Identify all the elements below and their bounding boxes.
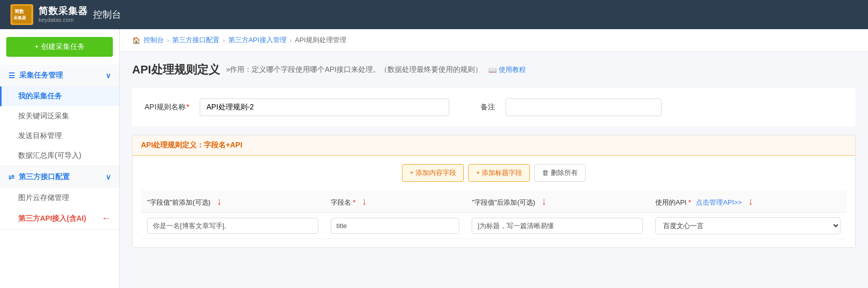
logo: 简数 采集器 简数采集器 keydatas.com (10, 4, 88, 25)
sidebar-section-header-collection[interactable]: ☰ 采集任务管理 ∨ (0, 65, 119, 86)
create-task-button[interactable]: + 创建采集任务 (6, 37, 113, 57)
main-content: 🏠 控制台 › 第三方接口配置 › 第三方API接入管理 › API规则处理管理… (120, 29, 868, 288)
table-row: 百度文心一言 ChatGPT 其他 (141, 213, 847, 239)
form-row-name: API规则名称* 备注 (145, 98, 843, 116)
arrow-post: ↓ (541, 195, 547, 207)
book-icon: 📖 (488, 66, 497, 74)
help-link[interactable]: 📖 使用教程 (488, 65, 526, 74)
breadcrumb-third-party[interactable]: 第三方接口配置 (172, 35, 219, 45)
th-post: "字段值"后添加(可选) ↓ (465, 190, 649, 213)
swap-icon: ⇄ (8, 173, 15, 181)
th-api: 使用的API * 点击管理API>> ↓ (649, 190, 847, 213)
rule-box-header: API处理规则定义：字段名+API (133, 135, 855, 156)
sidebar-item-data-warehouse[interactable]: 数据汇总库(可导入) (0, 146, 119, 166)
breadcrumb-sep-1: › (167, 36, 169, 44)
list-icon: ☰ (8, 71, 15, 80)
add-content-field-button[interactable]: + 添加内容字段 (402, 164, 464, 182)
form-remark-label: 备注 (481, 103, 495, 112)
rule-table: "字段值"前添加(可选) ↓ 字段名 * ↓ " (141, 190, 847, 239)
chevron-icon-collection: ∨ (106, 71, 111, 80)
sidebar-item-send-target[interactable]: 发送目标管理 (0, 126, 119, 146)
form-name-input[interactable] (200, 98, 449, 116)
arrow-name: ↓ (361, 195, 367, 207)
td-api: 百度文心一言 ChatGPT 其他 (649, 213, 847, 239)
breadcrumb-home[interactable]: 控制台 (144, 35, 164, 45)
form-name-label: API规则名称* (145, 103, 189, 112)
logo-name: 简数采集器 (38, 6, 88, 17)
sidebar-section-collection: ☰ 采集任务管理 ∨ 我的采集任务 按关键词泛采集 发送目标管理 数据汇总库(可… (0, 65, 119, 166)
rule-box-body: + 添加内容字段 + 添加标题字段 🗑 删除所有 "字段值"前添加(可选) ↓ (133, 156, 855, 247)
breadcrumb-current: API规则处理管理 (295, 35, 346, 45)
table-header-row: "字段值"前添加(可选) ↓ 字段名 * ↓ " (141, 190, 847, 213)
sidebar: + 创建采集任务 ☰ 采集任务管理 ∨ 我的采集任务 按关键词泛采集 发送目标管… (0, 29, 120, 288)
chevron-icon-third-party: ∨ (106, 173, 111, 181)
logo-sub: keydatas.com (38, 17, 88, 23)
sidebar-arrow-indicator: ← (101, 213, 111, 224)
page-subtitle: »作用：定义哪个字段使用哪个API接口来处理。（数据处理最终要使用的规则） (226, 65, 482, 74)
sidebar-section-label-third-party: 第三方接口配置 (19, 172, 70, 182)
breadcrumb: 🏠 控制台 › 第三方接口配置 › 第三方API接入管理 › API规则处理管理 (120, 29, 868, 52)
home-icon: 🏠 (132, 36, 140, 44)
add-title-field-button[interactable]: + 添加标题字段 (468, 164, 530, 182)
pre-value-input[interactable] (147, 218, 318, 234)
arrow-pre: ↓ (217, 195, 222, 207)
th-pre: "字段值"前添加(可选) ↓ (141, 190, 325, 213)
td-pre (141, 213, 325, 239)
sidebar-item-my-tasks[interactable]: 我的采集任务 (0, 86, 119, 106)
arrow-api: ↓ (748, 195, 753, 207)
delete-all-button[interactable]: 🗑 删除所有 (534, 164, 586, 182)
sidebar-item-third-party-api[interactable]: 第三方API接入(含AI) ← (0, 208, 119, 229)
th-name: 字段名 * ↓ (325, 190, 465, 213)
td-post (465, 213, 649, 239)
svg-text:采集器: 采集器 (14, 16, 27, 20)
form-section: API规则名称* 备注 (132, 88, 856, 127)
logo-icon: 简数 采集器 (10, 4, 33, 25)
page-title: API处理规则定义 (132, 62, 220, 78)
breadcrumb-sep-3: › (290, 36, 292, 44)
form-remark-input[interactable] (506, 98, 662, 116)
buttons-row: + 添加内容字段 + 添加标题字段 🗑 删除所有 (141, 164, 847, 182)
sidebar-section-label-collection: 采集任务管理 (19, 71, 63, 80)
breadcrumb-sep-2: › (223, 36, 225, 44)
page-title-row: API处理规则定义 »作用：定义哪个字段使用哪个API接口来处理。（数据处理最终… (132, 62, 856, 78)
sidebar-item-keyword-collection[interactable]: 按关键词泛采集 (0, 106, 119, 126)
svg-text:简数: 简数 (15, 9, 24, 14)
td-name (325, 213, 465, 239)
api-select[interactable]: 百度文心一言 ChatGPT 其他 (655, 217, 840, 234)
manage-api-link[interactable]: 点击管理API>> (696, 198, 742, 206)
field-name-input[interactable] (331, 218, 459, 234)
sidebar-item-image-storage[interactable]: 图片云存储管理 (0, 188, 119, 208)
page-content: API处理规则定义 »作用：定义哪个字段使用哪个API接口来处理。（数据处理最终… (120, 52, 868, 258)
post-value-input[interactable] (472, 218, 643, 234)
sidebar-section-header-third-party[interactable]: ⇄ 第三方接口配置 ∨ (0, 166, 119, 188)
rule-definition-box: API处理规则定义：字段名+API + 添加内容字段 + 添加标题字段 🗑 删除… (132, 135, 856, 248)
breadcrumb-api-manage[interactable]: 第三方API接入管理 (228, 35, 287, 45)
sidebar-section-third-party: ⇄ 第三方接口配置 ∨ 图片云存储管理 第三方API接入(含AI) ← (0, 166, 119, 230)
header: 简数 采集器 简数采集器 keydatas.com 控制台 (0, 0, 868, 29)
header-title: 控制台 (93, 8, 121, 21)
